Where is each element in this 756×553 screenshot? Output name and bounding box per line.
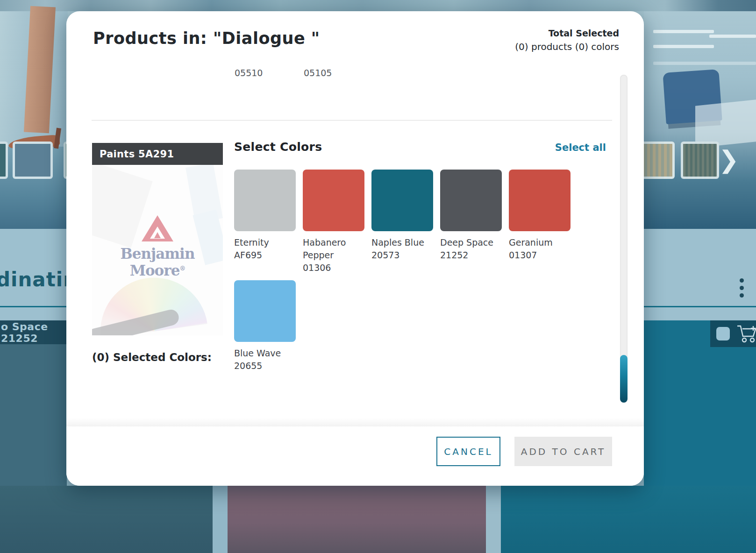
selected-colors-count: (0) Selected Colors: <box>92 351 212 363</box>
color-swatch-item: Geranium01307 <box>509 170 571 275</box>
background-lower-right <box>644 347 756 486</box>
carpet-swatch[interactable] <box>0 142 8 179</box>
product-brand-image: Benjamin Moore® <box>92 165 223 335</box>
select-all-link[interactable]: Select all <box>555 142 606 153</box>
total-selected-value: (0) products (0) colors <box>515 41 619 52</box>
color-swatch-label: EternityAF695 <box>234 236 296 262</box>
total-selected: Total Selected (0) products (0) colors <box>515 28 619 52</box>
color-swatch[interactable] <box>509 170 571 231</box>
color-swatch-item: Naples Blue20573 <box>371 170 433 275</box>
color-swatch[interactable] <box>440 170 502 231</box>
color-swatch-item: Deep Space21252 <box>440 170 502 275</box>
color-swatch-item: EternityAF695 <box>234 170 296 275</box>
shelf-line <box>709 35 756 38</box>
dialog-scroll-area[interactable]: Phrase 05510 Connection 05105 Paints 5A2… <box>66 65 620 426</box>
cancel-button[interactable]: CANCEL <box>436 437 500 466</box>
shelf-line <box>653 45 714 48</box>
total-selected-label: Total Selected <box>515 28 619 38</box>
dialog-title: Products in: "Dialogue " <box>93 29 320 48</box>
carpet-swatch[interactable] <box>681 142 719 179</box>
color-swatch-grid: EternityAF695 Habanero Pepper01306 Naple… <box>234 170 580 391</box>
page-background: ❯ dinating E o Space 21252 <box>0 0 756 553</box>
add-to-cart-button[interactable]: ADD TO CART <box>514 437 612 466</box>
product-card-title: Paints 5A291 <box>92 143 223 165</box>
background-top-banner <box>0 0 756 11</box>
color-code: 05510 <box>235 66 305 79</box>
background-office-photo <box>644 11 756 229</box>
clipped-color-label: Phrase 05510 <box>235 65 305 79</box>
color-swatch-label: Habanero Pepper01306 <box>303 236 364 274</box>
background-bottom-row <box>0 486 756 553</box>
dialog-footer: CANCEL ADD TO CART <box>66 426 644 486</box>
toolbar-actions <box>710 320 756 347</box>
dialog-scrollbar-track[interactable] <box>620 75 628 403</box>
product-card[interactable]: Paints 5A291 Benjamin Moore® <box>92 143 223 335</box>
bottom-strip <box>213 486 228 553</box>
add-to-cart-icon[interactable] <box>736 324 756 344</box>
color-swatch[interactable] <box>234 280 296 342</box>
office-desk <box>695 99 756 148</box>
carousel-next-icon[interactable]: ❯ <box>719 143 739 177</box>
color-code: 05105 <box>304 66 383 79</box>
select-colors-heading: Select Colors <box>234 140 322 154</box>
color-swatch-item: Habanero Pepper01306 <box>303 170 364 275</box>
color-swatch-label: Naples Blue20573 <box>371 236 433 262</box>
color-swatch[interactable] <box>371 170 433 231</box>
color-swatch-label: Blue Wave20655 <box>234 347 296 372</box>
bottom-strip <box>486 486 501 553</box>
section-divider <box>92 120 612 121</box>
swatch-toggle-button[interactable] <box>716 327 730 340</box>
background-toolbar <box>644 320 756 347</box>
background-lower-left <box>0 344 67 486</box>
clipped-color-label: Connection 05105 <box>304 65 383 79</box>
dialog-scrollbar-thumb[interactable] <box>620 355 628 403</box>
color-swatch[interactable] <box>303 170 364 231</box>
bottom-swatch-slate <box>0 486 213 553</box>
color-swatch[interactable] <box>234 170 296 231</box>
color-name-chip: o Space 21252 <box>0 320 67 344</box>
shelf-line <box>653 30 714 33</box>
carpet-swatch[interactable] <box>13 142 53 179</box>
color-swatch-label: Deep Space21252 <box>440 236 502 262</box>
bottom-swatch-teal <box>501 486 756 553</box>
color-swatch-item: Blue Wave20655 <box>234 280 296 385</box>
products-dialog: Products in: "Dialogue " Total Selected … <box>66 11 644 486</box>
bottom-swatch-mauve <box>228 486 486 553</box>
shelf-line <box>653 62 756 65</box>
kebab-menu-icon[interactable] <box>740 278 744 299</box>
color-swatch-label: Geranium01307 <box>509 236 571 262</box>
